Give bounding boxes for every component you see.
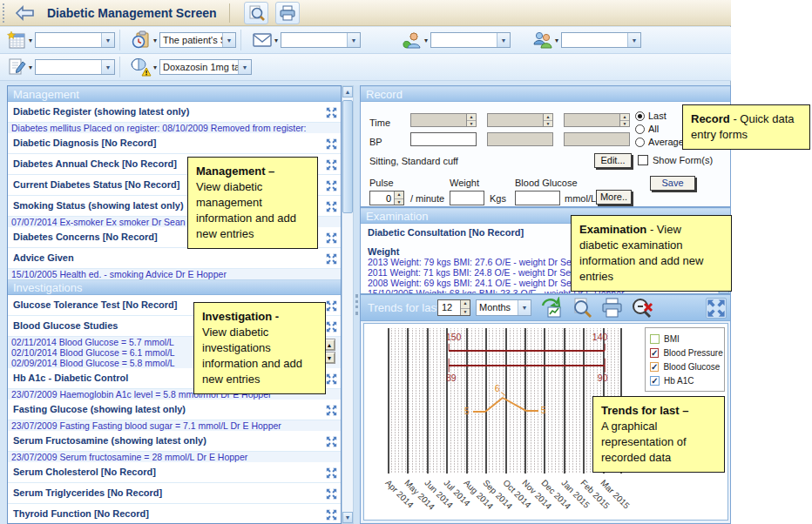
list-item[interactable]: Diabetic Diagnosis [No Record] (8, 133, 341, 154)
show-forms-option[interactable]: Show Form(s) (638, 155, 713, 165)
expand-icon[interactable] (326, 106, 338, 118)
consultation-label[interactable]: Diabetic Consultation [No Record] (368, 227, 524, 238)
time-field-1[interactable]: ▲▼ (410, 113, 477, 127)
dropdown-arrow[interactable]: ▾ (153, 64, 157, 71)
legend-item: ✓Hb A1C (650, 373, 720, 387)
expand-icon[interactable] (326, 299, 338, 312)
radio-button[interactable] (635, 111, 645, 121)
expand-icon[interactable] (326, 508, 338, 521)
expand-icon[interactable] (326, 435, 338, 447)
more-button[interactable]: More.. (596, 190, 632, 205)
expand-icon[interactable] (326, 138, 338, 150)
expand-panel-button[interactable] (706, 298, 727, 319)
show-forms-checkbox[interactable] (638, 155, 648, 165)
expand-icon[interactable] (326, 158, 338, 171)
combo-dropdown-button[interactable]: ▼ (627, 33, 640, 47)
time-field-2[interactable]: ▲▼ (487, 113, 553, 127)
legend-checkbox[interactable]: ✓ (650, 348, 659, 358)
print-chart-button[interactable] (600, 297, 624, 322)
refresh-chart-button[interactable] (539, 297, 563, 322)
list-item-label: Diabetic Register (showing latest only) (13, 106, 189, 117)
list-item[interactable]: Serum Cholesterol [No Record] (8, 462, 341, 483)
legend-checkbox[interactable] (650, 334, 660, 344)
legend-checkbox[interactable]: ✓ (650, 376, 660, 386)
combo-dropdown-button[interactable]: ▼ (347, 33, 360, 47)
time-field-3[interactable]: ▲▼ (564, 113, 630, 127)
back-button[interactable] (12, 3, 38, 24)
list-item[interactable]: Diabetic Register (showing latest only) (8, 102, 341, 123)
legend-checkbox[interactable]: ✓ (650, 362, 659, 372)
combo-dropdown-button[interactable]: ▼ (238, 60, 251, 74)
weight-heading[interactable]: Weight (368, 246, 399, 257)
referral-button[interactable] (401, 30, 423, 50)
dropdown-arrow[interactable]: ▾ (29, 37, 32, 44)
panel-splitter[interactable] (354, 85, 360, 524)
list-item-label: Serum Fructosamine (showing latest only) (13, 435, 206, 446)
dropdown-arrow[interactable]: ▾ (555, 37, 558, 44)
dropdown-arrow[interactable]: ▾ (29, 64, 32, 71)
dropdown-arrow[interactable]: ▾ (424, 37, 428, 44)
combo-dropdown-button[interactable]: ▼ (101, 33, 114, 47)
magnifier-icon (570, 297, 593, 319)
radio-button[interactable] (635, 138, 645, 147)
expand-icon[interactable] (326, 487, 338, 500)
referral-combo[interactable]: ▼ (430, 32, 511, 48)
expand-icon[interactable] (326, 232, 338, 244)
bp-field-3[interactable] (564, 132, 630, 146)
mail-combo[interactable]: ▼ (281, 32, 361, 48)
dropdown-arrow[interactable]: ▾ (153, 37, 157, 44)
expand-icon[interactable] (326, 467, 338, 479)
new-prescription-button[interactable] (5, 57, 28, 77)
save-button[interactable]: Save (650, 176, 695, 191)
patient-summary-combo[interactable]: The patient's S... ▼ (159, 32, 236, 48)
radio-button[interactable] (635, 124, 645, 134)
zoom-in-button[interactable] (570, 297, 593, 322)
scrollbar-thumb[interactable] (342, 100, 353, 213)
left-panel-scrollbar[interactable]: ▲ ▼ (342, 85, 354, 524)
expand-icon[interactable] (326, 404, 338, 416)
combo-dropdown-button[interactable]: ▼ (101, 60, 114, 74)
edit-button[interactable]: Edit... (594, 153, 632, 168)
medication-warning-button[interactable] (130, 57, 152, 77)
expand-icon[interactable] (326, 373, 338, 385)
radio-option-last[interactable]: Last (635, 111, 667, 121)
zoom-reset-button[interactable] (631, 297, 654, 322)
appointment-combo[interactable]: ▼ (35, 32, 115, 48)
list-item[interactable]: Fasting Glucose (showing latest only) (8, 400, 341, 420)
list-item[interactable]: Serum Triglycerides [No Record] (8, 483, 341, 504)
list-item[interactable]: Advice Given (8, 248, 341, 269)
scrollbar-up-button[interactable]: ▲ (342, 86, 353, 97)
patient-combo[interactable]: ▼ (561, 32, 641, 48)
combo-dropdown-button[interactable]: ▼ (222, 33, 235, 47)
expand-icon[interactable] (326, 252, 338, 265)
blood-glucose-field[interactable] (515, 191, 560, 205)
bp-field-2[interactable] (487, 132, 553, 146)
trend-unit-combo[interactable]: Months ▼ (476, 299, 531, 316)
bp-field-1[interactable] (410, 132, 477, 146)
list-item[interactable]: Serum Fructosamine (showing latest only) (8, 431, 341, 452)
management-section-header: Management (8, 86, 341, 102)
medication-combo[interactable]: Doxazosin 1mg ta... ▼ (159, 59, 252, 75)
expand-icon[interactable] (326, 200, 338, 212)
new-appointment-button[interactable] (5, 30, 28, 50)
combo-dropdown-button[interactable]: ▼ (518, 300, 531, 315)
pulse-stepper[interactable]: 0 ▲▼ (369, 191, 404, 205)
scrollbar-down-button[interactable]: ▼ (342, 512, 353, 523)
expand-icon[interactable] (326, 179, 338, 191)
toolbar-grip[interactable] (3, 3, 5, 23)
patient-summary-button[interactable] (130, 30, 152, 50)
patients-button[interactable] (531, 30, 554, 50)
list-item[interactable]: Thyroid Function [No Record] (8, 504, 341, 524)
radio-option-average[interactable]: Average (635, 137, 684, 147)
expand-icon[interactable] (326, 320, 338, 333)
mail-button[interactable] (251, 30, 274, 50)
chart-line-segment (448, 344, 449, 351)
dropdown-arrow[interactable]: ▾ (274, 37, 278, 44)
print-button[interactable] (275, 2, 300, 24)
find-button[interactable] (244, 2, 268, 24)
radio-option-all[interactable]: All (635, 124, 659, 134)
weight-field[interactable] (450, 191, 484, 205)
prescription-combo[interactable]: ▼ (35, 59, 115, 75)
combo-dropdown-button[interactable]: ▼ (497, 33, 510, 47)
trend-period-stepper[interactable]: 12 ▲▼ (437, 299, 470, 316)
